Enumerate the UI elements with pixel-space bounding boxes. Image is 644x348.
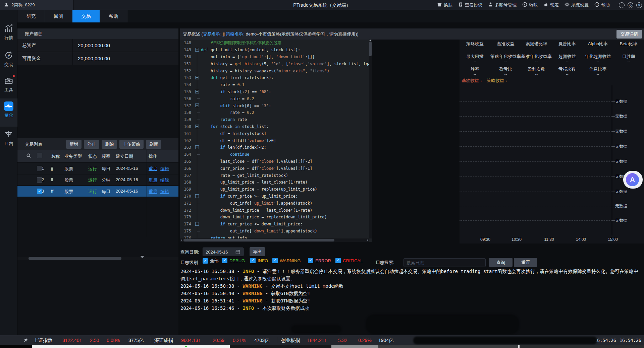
fold-gutter[interactable]: − bbox=[194, 88, 201, 95]
scroll-down-arrow[interactable] bbox=[140, 256, 144, 258]
code-text: if stock[:2] == '68': bbox=[201, 89, 271, 94]
line-number: 163 bbox=[180, 145, 194, 150]
fold-gutter[interactable]: − bbox=[194, 74, 201, 81]
add-button[interactable]: 新增 bbox=[66, 140, 82, 149]
scrollbar-thumb[interactable] bbox=[369, 42, 372, 56]
strategy-code-editor[interactable]: 148 #日级别回测获取涨停和跌停状态的股票149−def get_limit_… bbox=[180, 40, 372, 242]
system-settings-button[interactable]: 系统设置 bbox=[565, 2, 589, 8]
minimize-button[interactable]: − bbox=[619, 2, 625, 8]
fold-collapse-icon[interactable]: − bbox=[195, 103, 199, 107]
row-checkbox[interactable]: ✓ bbox=[37, 189, 42, 194]
fold-gutter bbox=[194, 67, 201, 74]
fold-gutter[interactable]: − bbox=[194, 102, 201, 109]
scrollbar-thumb[interactable] bbox=[183, 239, 334, 241]
sidebar-item-market[interactable]: 行情 bbox=[0, 23, 17, 44]
column-header: 建立日期 bbox=[116, 153, 133, 159]
fold-collapse-icon[interactable]: − bbox=[195, 222, 199, 226]
tab-help[interactable]: 帮助 bbox=[100, 10, 127, 22]
sidebar-item-tools[interactable]: 工具 bbox=[0, 76, 17, 97]
tab-research[interactable]: 研究 bbox=[17, 10, 45, 22]
row-checkbox[interactable] bbox=[37, 177, 42, 183]
metric-value: -- bbox=[521, 72, 552, 77]
view-agreement-button[interactable]: 查看协议 bbox=[458, 2, 482, 8]
fold-gutter[interactable]: − bbox=[194, 193, 201, 200]
scroll-up-arrow[interactable] bbox=[369, 40, 371, 41]
metric-cell: 策略收益-- bbox=[460, 41, 490, 54]
level-checkbox-warning[interactable]: ✓ bbox=[272, 258, 278, 263]
query-button[interactable]: 查询 bbox=[489, 258, 513, 267]
fold-gutter[interactable]: − bbox=[194, 123, 201, 130]
change-skin-button[interactable]: 换肤 bbox=[437, 2, 452, 8]
lock-button[interactable]: 锁定 bbox=[543, 2, 559, 8]
level-checkbox-critical[interactable]: ✓ bbox=[335, 258, 341, 263]
no-data-label: 无数据 bbox=[615, 189, 642, 195]
close-button[interactable]: × bbox=[636, 2, 642, 8]
level-checkbox-info[interactable]: ✓ bbox=[250, 258, 256, 263]
pin-icon[interactable] bbox=[23, 338, 28, 344]
scroll-right-arrow[interactable] bbox=[367, 239, 368, 241]
refresh-button[interactable]: 刷新 bbox=[146, 140, 161, 149]
scrollbar-thumb[interactable] bbox=[29, 257, 121, 260]
tab-trade[interactable]: 交易 bbox=[72, 10, 100, 22]
maximize-button[interactable]: ◇ bbox=[628, 2, 633, 8]
delete-button[interactable]: 删除 bbox=[102, 140, 117, 149]
export-button[interactable]: 导出 bbox=[250, 247, 265, 256]
index-shanghai-value: 3122.40↑ bbox=[62, 335, 82, 345]
upload-strategy-button[interactable]: 上传策略 bbox=[119, 140, 144, 149]
restart-link[interactable]: 重启 bbox=[149, 177, 157, 183]
fold-gutter[interactable]: − bbox=[194, 221, 201, 228]
reset-button[interactable]: 重置 bbox=[514, 258, 537, 267]
table-row[interactable]: 3✓ff股票运行每日2024-05-16重启编辑 bbox=[17, 186, 178, 197]
fold-collapse-icon[interactable]: − bbox=[195, 48, 199, 52]
sidebar-item-intraday[interactable]: 日内 bbox=[0, 129, 17, 150]
no-data-label: 无数据 bbox=[615, 218, 642, 223]
line-number: 151 bbox=[180, 62, 194, 66]
restart-link[interactable]: 重启 bbox=[149, 166, 157, 172]
code-line: 157− elif stock[0] == '3': bbox=[180, 102, 372, 109]
select-all-checkbox[interactable] bbox=[37, 153, 42, 158]
multi-account-button[interactable]: 多账号管理 bbox=[488, 2, 517, 8]
sidebar-item-label: 日内 bbox=[0, 141, 17, 147]
fold-collapse-icon[interactable]: − bbox=[195, 125, 199, 128]
editor-vertical-scrollbar[interactable] bbox=[369, 40, 372, 238]
row-checkbox[interactable] bbox=[37, 166, 42, 171]
search-icon[interactable] bbox=[26, 153, 31, 159]
tab-backtest[interactable]: 回测 bbox=[45, 10, 72, 22]
scroll-left-arrow[interactable] bbox=[181, 239, 182, 241]
edit-link[interactable]: 编辑 bbox=[160, 177, 169, 183]
fold-collapse-icon[interactable]: − bbox=[195, 90, 199, 93]
editor-horizontal-scrollbar[interactable] bbox=[180, 238, 369, 242]
fold-gutter[interactable]: − bbox=[194, 47, 201, 54]
assistant-float-button[interactable]: A bbox=[623, 171, 643, 189]
metric-value: -- bbox=[583, 47, 613, 52]
fold-gutter bbox=[194, 234, 201, 241]
account-switcher[interactable]: 2简称_8229 bbox=[0, 0, 74, 10]
fold-collapse-icon[interactable]: − bbox=[195, 145, 199, 149]
fold-collapse-icon[interactable]: − bbox=[195, 76, 199, 79]
transfer-button[interactable]: 转账 bbox=[522, 2, 538, 8]
axis-tick bbox=[612, 101, 615, 102]
fold-gutter[interactable]: − bbox=[194, 144, 201, 151]
restart-link[interactable]: 重启 bbox=[149, 189, 157, 195]
sidebar-item-quant[interactable]: 量化 bbox=[0, 98, 17, 127]
fold-collapse-icon[interactable]: − bbox=[195, 194, 199, 198]
stop-button[interactable]: 停止 bbox=[84, 140, 99, 149]
calendar-icon[interactable] bbox=[235, 250, 240, 256]
help-button[interactable]: ?帮助 bbox=[594, 2, 610, 8]
edit-link[interactable]: 编辑 bbox=[160, 166, 169, 172]
table-horizontal-scrollbar[interactable] bbox=[17, 257, 178, 260]
log-search-input[interactable] bbox=[404, 258, 486, 267]
cell-status-running: 运行 bbox=[88, 166, 97, 172]
level-checkbox-error[interactable]: ✓ bbox=[308, 258, 313, 263]
table-row[interactable]: 1jj股票运行每日2024-05-16重启编辑 bbox=[17, 163, 178, 174]
trade-detail-button[interactable]: 交易详情 bbox=[616, 30, 642, 39]
index-chinext-percent: 0.29% bbox=[358, 335, 372, 345]
level-checkbox-all[interactable]: ✓ bbox=[203, 258, 208, 264]
level-checkbox-debug[interactable]: ✓ bbox=[222, 258, 227, 263]
table-row[interactable]: 2ll股票运行分钟2024-05-16重启编辑 bbox=[17, 175, 178, 185]
line-number: 161 bbox=[180, 131, 194, 136]
sidebar-item-trade[interactable]: ¥交易 bbox=[0, 50, 17, 71]
edit-link[interactable]: 编辑 bbox=[160, 189, 169, 195]
metric-label: 盈利次数 bbox=[521, 66, 552, 72]
x-axis-label: 09:30 bbox=[477, 237, 494, 242]
